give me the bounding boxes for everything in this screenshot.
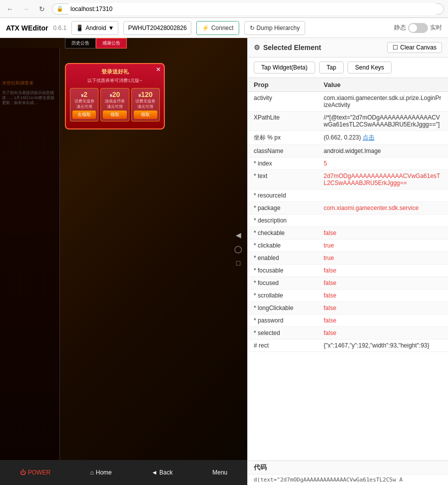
game-sidebar-text: 末世纪和调查者	[0, 78, 59, 88]
prop-value-cell: (0.662, 0.223) 点击	[318, 131, 448, 145]
table-row: XPathLite//*[@text="2d7mODgAAAAAAAAAAAAA…	[248, 112, 448, 131]
back-nav-button[interactable]: ←	[4, 3, 16, 15]
power-icon: ⏻	[20, 469, 26, 476]
app-header: ATX WEditor 0.6.1 📱 Android ▼ PWHUT20428…	[0, 18, 448, 38]
prop-name-cell: * resourceId	[248, 190, 318, 202]
action-buttons: Tap Widget(Beta) Tap Send Keys	[248, 58, 448, 78]
login-gift-dialog: ✕ 登录送好礼 以下优惠券将可消费1元版~ ¥2 话费充值券满元可用 去领取 ¥…	[65, 63, 165, 130]
square-icon[interactable]: □	[233, 258, 243, 268]
forward-nav-button[interactable]: →	[20, 3, 32, 15]
game-sidebar: 末世纪和调查者 为了给向当者提供提示信息描述……1月15日10:00更全面版更新…	[0, 48, 60, 460]
table-row: * focusablefalse	[248, 264, 448, 277]
app-name: ATX WEditor	[6, 24, 48, 32]
reward-desc-20: 游戏金币券满元可用	[103, 98, 126, 110]
reward-item-20: ¥20 游戏金币券满元可用 领取	[100, 88, 129, 122]
security-icon: 🔒	[56, 6, 63, 12]
dump-hierarchy-button[interactable]: ↻ Dump Hierarchy	[244, 21, 306, 35]
dialog-title: 登录送好礼	[70, 68, 160, 76]
reload-button[interactable]: ↻	[36, 3, 48, 15]
browser-bar: ← → ↻ 🔒	[0, 0, 448, 18]
reward-btn-20[interactable]: 领取	[103, 110, 126, 119]
static-mode-label: 静态	[394, 24, 406, 32]
table-row: classNameandroid.widget.Image	[248, 145, 448, 158]
table-row: * scrollablefalse	[248, 290, 448, 302]
tap-widget-button[interactable]: Tap Widget(Beta)	[254, 62, 315, 74]
prop-value-cell: 2d7mODgAAAAAAAAAAAAACVwGa61esTL2CSwAAAAB…	[318, 170, 448, 190]
reward-amount-2: ¥2	[72, 90, 96, 98]
code-content: d(text="2d7mODgAAAAAAAAAAAAACVwGa61esTL2…	[248, 474, 448, 485]
right-panel: ⚙ Selected Element ☐ Clear Canvas Tap Wi…	[247, 38, 448, 485]
table-row: * enabledtrue	[248, 252, 448, 264]
url-input[interactable]	[65, 3, 440, 15]
prop-column-header: Prop	[248, 78, 318, 92]
prop-value-cell: com.xiaomi.gamecenter.sdk.service	[318, 202, 448, 214]
send-keys-button[interactable]: Send Keys	[348, 62, 392, 74]
table-row: * selectedfalse	[248, 327, 448, 340]
app-version: 0.6.1	[53, 24, 67, 32]
selected-element-title: ⚙ Selected Element	[254, 44, 321, 52]
prop-value-cell	[318, 214, 448, 227]
reward-btn-2[interactable]: 去领取	[72, 110, 96, 119]
prop-name-cell: className	[248, 145, 318, 158]
menu-button[interactable]: Menu	[206, 467, 233, 478]
prop-name-cell: * clickable	[248, 240, 318, 252]
checkbox-icon: ☐	[393, 44, 398, 51]
prop-name-cell: * scrollable	[248, 290, 318, 302]
prop-name-cell: * package	[248, 202, 318, 214]
prop-value-cell: true	[318, 240, 448, 252]
prop-name-cell: # rect	[248, 340, 318, 352]
reward-desc-2: 话费充值券满元可用	[72, 98, 96, 110]
announcement-tabs: 历史公告 感谢公告	[65, 38, 127, 48]
circle-icon[interactable]: ◯	[233, 244, 243, 254]
value-column-header: Value	[318, 78, 448, 92]
reward-btn-120[interactable]: 领取	[134, 110, 157, 119]
tap-button[interactable]: Tap	[319, 62, 344, 74]
code-section: 代码 d(text="2d7mODgAAAAAAAAAAAAACVwGa61es…	[248, 460, 448, 485]
clear-canvas-button[interactable]: ☐ Clear Canvas	[387, 42, 442, 53]
connect-button[interactable]: ⚡ Connect	[196, 21, 239, 35]
mode-toggle-switch[interactable]	[408, 23, 428, 33]
settings-icon: ⚙	[254, 44, 260, 52]
prop-value-cell: false	[318, 227, 448, 240]
prop-value-cell: com.xiaomi.gamecenter.sdk.ui.prize.Login…	[318, 92, 448, 112]
prop-value-cell: {"x":1467,"y":192,"width":93,"height":93…	[318, 340, 448, 352]
prop-value-cell	[318, 190, 448, 202]
prop-value-cell: false	[318, 327, 448, 340]
thanks-tab[interactable]: 感谢公告	[96, 38, 127, 48]
prop-value-cell: //*[@text="2d7mODgAAAAAAAAAAAAACVwGa61es…	[318, 112, 448, 131]
prop-name-cell: * longClickable	[248, 302, 318, 314]
table-row: * checkablefalse	[248, 227, 448, 240]
prop-name-cell: * description	[248, 214, 318, 227]
prop-name-cell: * text	[248, 170, 318, 190]
table-row: * packagecom.xiaomi.gamecenter.sdk.servi…	[248, 202, 448, 214]
platform-selector[interactable]: 📱 Android ▼	[71, 21, 118, 35]
platform-label: Android	[85, 24, 106, 32]
game-description: 为了给向当者提供提示信息描述……1月15日10:00更全面版更新；如有未出或…	[0, 88, 59, 108]
click-link[interactable]: 点击	[363, 134, 375, 141]
bottom-bar: ⏻ POWER ⌂ Home ◄ Back Menu	[0, 460, 247, 485]
home-icon: ⌂	[90, 469, 94, 476]
prop-name-cell: * selected	[248, 327, 318, 340]
prop-value-cell: false	[318, 264, 448, 277]
prop-name-cell: * enabled	[248, 252, 318, 264]
reward-desc-120: 话费充值券满元可用	[134, 98, 157, 110]
prop-value-cell: 5	[318, 158, 448, 170]
device-screen[interactable]: 历史公告 感谢公告 末世纪和调查者 为了给向当者提供提示信息描述……1月15日1…	[0, 38, 247, 460]
back-icon: ◄	[151, 469, 157, 476]
side-icons: ◀ ◯ □	[229, 226, 247, 272]
prop-value-cell: android.widget.Image	[318, 145, 448, 158]
table-row: * description	[248, 214, 448, 227]
left-arrow-icon[interactable]: ◀	[233, 230, 243, 240]
right-panel-header: ⚙ Selected Element ☐ Clear Canvas	[248, 38, 448, 58]
history-tab[interactable]: 历史公告	[65, 38, 96, 48]
back-button[interactable]: ◄ Back	[145, 467, 179, 478]
dialog-close-button[interactable]: ✕	[156, 66, 161, 73]
properties-table: Prop Value activitycom.xiaomi.gamecenter…	[248, 78, 448, 460]
table-row: * clickabletrue	[248, 240, 448, 252]
home-button[interactable]: ⌂ Home	[84, 467, 118, 478]
prop-name-cell: * focusable	[248, 264, 318, 277]
table-row: * passwordfalse	[248, 314, 448, 327]
power-button[interactable]: ⏻ POWER	[14, 467, 56, 478]
prop-name-cell: * checkable	[248, 227, 318, 240]
prop-value-cell: true	[318, 252, 448, 264]
